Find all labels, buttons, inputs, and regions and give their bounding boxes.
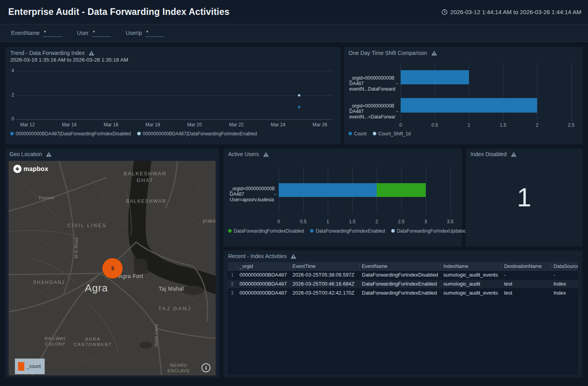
panel-geo-location: Geo Location: [5, 148, 219, 377]
filter-user-input[interactable]: [92, 29, 111, 37]
legend-item[interactable]: 0000000000BDA487|DataForwardingForIndexE…: [137, 131, 257, 137]
x-axis-tick: [194, 120, 195, 121]
mapbox-logo[interactable]: mapbox: [13, 165, 48, 173]
bar-segment-Count[interactable]: [401, 70, 469, 84]
category-label: DA487: [230, 191, 244, 197]
index-disabled-value: 1: [466, 148, 583, 246]
data-point[interactable]: [298, 94, 300, 96]
warning-icon[interactable]: [89, 51, 94, 56]
column-separator: [237, 264, 237, 269]
column-header-DataSource[interactable]: DataSource: [551, 262, 578, 271]
x-axis-label: Mar 16: [99, 122, 123, 127]
column-header-EventName[interactable]: EventName: [359, 262, 441, 271]
category-label: User=apoorv.kudesia: [230, 197, 274, 202]
column-separator: [359, 264, 359, 269]
bar-segment-Count[interactable]: [401, 98, 537, 113]
table-cell: test: [501, 289, 551, 298]
legend-label: 0000000000BDA487|DataForwardingForIndexE…: [143, 131, 257, 137]
mapbox-icon: [13, 165, 22, 173]
table-cell: -: [501, 271, 551, 280]
index-activities-table: _orgidEventTimeEventNameIndexNameDestina…: [228, 262, 578, 375]
table-body: 10000000000BDA4872026-03-25T05:38:09.597…: [228, 271, 578, 375]
table-row[interactable]: 10000000000BDA4872026-03-25T05:38:09.597…: [228, 271, 578, 280]
bar-segment-DataForwardingForIndexEnabled[interactable]: [279, 183, 377, 197]
column-header-DestinationName[interactable]: DestinationName: [501, 262, 551, 271]
legend-item[interactable]: 0000000000BDA487|DataForwardingForIndexD…: [10, 131, 131, 137]
legend-label: 0000000000BDA487|DataForwardingForIndexD…: [16, 131, 131, 137]
count-swatch: [18, 362, 24, 371]
table-cell: DataForwardingForIndexEnabled: [359, 289, 441, 298]
legend-item[interactable]: Count: [348, 131, 367, 137]
gridline-y: [16, 71, 332, 71]
clock-icon: [441, 9, 448, 15]
time-range-selector[interactable]: 2026-03-12 1:44:14 AM to 2026-03-26 1:44…: [441, 9, 581, 15]
x-axis-label: Mar 18: [141, 122, 165, 127]
map-label: AGRA CANTONMENT: [74, 336, 112, 348]
category-label: DA487: [349, 81, 364, 86]
table-cell: 2: [228, 280, 237, 289]
y-axis-label: 0: [7, 116, 14, 122]
warning-icon[interactable]: [290, 254, 296, 259]
legend-dot: [373, 132, 376, 135]
legend-item[interactable]: Count_Shift_1d: [373, 131, 411, 137]
table-row[interactable]: 20000000000BDA4872026-03-25T00:46:16.684…: [228, 280, 578, 289]
filter-eventname-input[interactable]: [43, 29, 62, 37]
map-label: NEHRU ENCLAVE: [167, 362, 190, 374]
gridline-x: [469, 63, 469, 122]
warning-icon[interactable]: [263, 152, 269, 157]
bar-segment-DataForwardingForIndexDisabled[interactable]: [377, 183, 426, 197]
table-cell: DataForwardingForIndexDisabled: [359, 271, 441, 280]
gridline-x: [537, 63, 537, 122]
panel-title: One Day Time Shift Comparison: [348, 50, 427, 56]
data-point[interactable]: [298, 106, 300, 108]
map[interactable]: BALKESHWAR GHATFlyoverBALKESHWARprakasCI…: [9, 161, 216, 375]
legend-item[interactable]: DataForwardingForIndexUpdated: [391, 228, 466, 235]
x-axis-label: 2: [367, 219, 387, 224]
category-tick: [396, 111, 398, 112]
x-axis-label: Mar 22: [225, 122, 248, 127]
category-tick: [274, 194, 276, 195]
category-label: DA487: [349, 109, 364, 114]
table-row[interactable]: 30000000000BDA4872026-03-25T00:42:42.170…: [228, 289, 578, 298]
x-axis-label: 3.5: [441, 219, 460, 224]
map-cluster-marker[interactable]: 3: [102, 258, 123, 279]
table-cell: 1: [228, 271, 237, 280]
column-header-EventTime[interactable]: EventTime: [290, 262, 359, 271]
mapbox-wordmark: mapbox: [24, 166, 48, 173]
time-range-text: 2026-03-12 1:44:14 AM to 2026-03-26 1:44…: [450, 9, 581, 15]
map-label: BALKESHWAR GHAT: [123, 171, 167, 184]
info-glyph: i: [205, 365, 207, 371]
warning-icon[interactable]: [431, 51, 437, 56]
panel-title: Active Users: [228, 151, 259, 157]
panel-trend-data-forwarding-index: Trend - Data Forwarding Index 2026-03-19…: [5, 47, 341, 144]
filter-user-label: User: [77, 30, 89, 36]
x-axis-label: 2.5: [561, 122, 581, 128]
filter-userip-input[interactable]: [145, 29, 164, 37]
table-cell: 2026-03-25T00:42:42.170Z: [290, 289, 359, 298]
y-axis-label: 2: [7, 92, 14, 98]
x-axis-tick: [27, 120, 28, 121]
warning-icon[interactable]: [46, 152, 52, 157]
legend-item[interactable]: DataForwardingForIndexDisabled: [228, 228, 304, 235]
table-cell: 2026-03-25T05:38:09.597Z: [290, 271, 359, 280]
column-header-_orgid[interactable]: _orgid: [237, 262, 290, 271]
map-info-icon[interactable]: i: [201, 363, 211, 372]
map-label: BALKESHWAR: [126, 198, 167, 205]
x-axis-tick: [153, 120, 153, 121]
column-header-row-number[interactable]: [228, 262, 237, 271]
top-bar: Enterprise Audit - Data Forwarding Index…: [0, 0, 588, 24]
filter-bar: EventName User UserIp: [0, 24, 588, 42]
x-axis-label: 1.5: [343, 219, 362, 224]
gridline-x: [426, 167, 426, 214]
legend-item[interactable]: DataForwardingForIndexEnabled: [310, 228, 385, 235]
column-header-IndexName[interactable]: IndexName: [441, 262, 501, 271]
legend-dot: [310, 229, 314, 233]
legend-dot: [228, 229, 232, 233]
category-label: _orgid=0000000000B: [349, 75, 394, 81]
panel-recent-index-activities: Recent - Index Activities _orgidEventTim…: [223, 250, 583, 377]
x-axis-label: Mar 12: [16, 122, 39, 127]
x-axis-tick: [236, 120, 237, 121]
x-axis-label: 0.5: [425, 122, 445, 128]
table-cell: Index: [551, 289, 578, 298]
gridline-x: [503, 63, 503, 122]
